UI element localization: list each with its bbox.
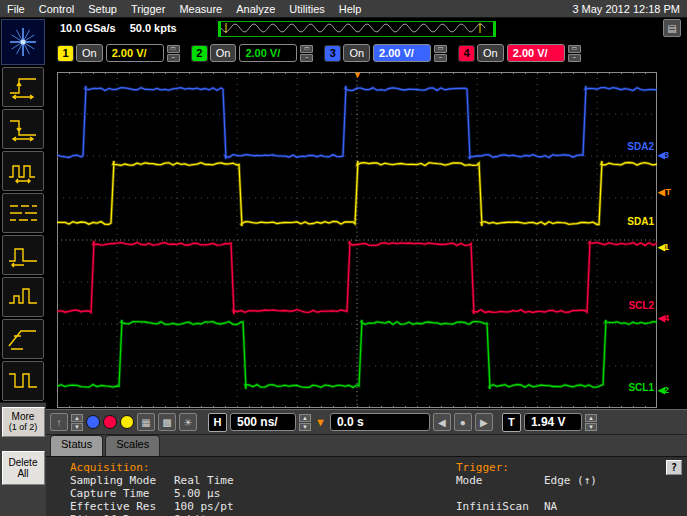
touch-icon[interactable]: ↑	[50, 413, 68, 431]
trace-label-scl1[interactable]: SCL1	[628, 382, 654, 393]
channel-2-coupling-icon[interactable]: ▭	[300, 45, 313, 53]
marker-blue-button[interactable]	[86, 415, 100, 429]
ground-marker-ch1[interactable]: ◀1	[658, 242, 668, 252]
spin-up-icon[interactable]: ▲	[585, 414, 597, 422]
edge-edge-trigger-icon[interactable]	[2, 361, 44, 401]
ground-marker-ch3[interactable]: ◀3	[658, 150, 668, 160]
more-button[interactable]: More (1 of 2)	[2, 407, 45, 437]
app-logo-icon[interactable]	[1, 19, 45, 65]
menu-item-file[interactable]: File	[0, 2, 32, 16]
channel-1-scale-button[interactable]: 2.00 V/	[106, 44, 164, 62]
channel-1-coupling-icon[interactable]: ▭	[167, 45, 180, 53]
status-panel: Acquisition: Sampling ModeReal TimeCaptu…	[46, 456, 687, 516]
channel-4-ac-icon[interactable]: ~	[568, 54, 581, 62]
channel-1-on-button[interactable]: On	[76, 44, 103, 62]
spin-down-icon[interactable]: ▼	[71, 423, 83, 431]
brightness-icon[interactable]: ☀	[179, 413, 197, 431]
acquisition-row-0: Sampling ModeReal Time	[70, 474, 234, 487]
preview-waveform-icon	[221, 22, 487, 34]
channel-3-badge[interactable]: 3	[325, 46, 340, 61]
glitch-trigger-icon[interactable]	[2, 235, 44, 275]
tab-scales[interactable]: Scales	[105, 435, 160, 456]
display-settings-icon[interactable]: ▦	[137, 413, 155, 431]
menu-bar: FileControlSetupTriggerMeasureAnalyzeUti…	[0, 0, 687, 18]
vertical-spinner: ▲ ▼	[71, 414, 83, 431]
rise-time-trigger-icon[interactable]	[2, 319, 44, 359]
trigger-row-0: ModeEdge (↑)	[456, 474, 597, 487]
delete-all-button[interactable]: Delete All	[2, 451, 45, 485]
timebase-scale-display[interactable]: 500 ns/	[230, 413, 296, 431]
menu-item-trigger[interactable]: Trigger	[124, 2, 172, 16]
menu-item-control[interactable]: Control	[32, 2, 81, 16]
channel-3-ac-icon[interactable]: ~	[434, 54, 447, 62]
spin-down-icon[interactable]: ▼	[585, 423, 597, 431]
acquisition-label: Sampling Mode	[70, 474, 174, 487]
zero-position-icon[interactable]: ●	[454, 413, 472, 431]
sidebar-bottom: More (1 of 2) Delete All	[0, 402, 46, 516]
menu-items: FileControlSetupTriggerMeasureAnalyzeUti…	[0, 2, 368, 16]
trace-label-sda1[interactable]: SDA1	[627, 216, 654, 227]
menu-item-setup[interactable]: Setup	[81, 2, 124, 16]
main-column: 10.0 GSa/s 50.0 kpts ▤ 1On2.00 V/▭~2On2.…	[46, 18, 687, 516]
channel-3-coupling-icon[interactable]: ▭	[434, 45, 447, 53]
trace-label-sda2[interactable]: SDA2	[627, 141, 654, 152]
pan-right-icon[interactable]: ▶	[475, 413, 493, 431]
panel-toggle-icon[interactable]: ▤	[663, 19, 681, 37]
channel-2-on-button[interactable]: On	[210, 44, 237, 62]
marker-red-button[interactable]	[103, 415, 117, 429]
channel-bar: 1On2.00 V/▭~2On2.00 V/▭~3On2.00 V/▭~4On2…	[46, 38, 687, 68]
ground-marker-ch2[interactable]: ◀2	[658, 385, 668, 395]
channel-4-on-button[interactable]: On	[477, 44, 504, 62]
trigger-status-block: Trigger: ModeEdge (↑)InfiniiScanNA	[456, 461, 597, 513]
pan-left-icon[interactable]: ◀	[433, 413, 451, 431]
tab-status[interactable]: Status	[50, 435, 103, 456]
menu-item-analyze[interactable]: Analyze	[229, 2, 282, 16]
sample-rate: 10.0 GSa/s	[60, 22, 116, 34]
channel-3-scale-button[interactable]: 2.00 V/	[373, 44, 431, 62]
acquisition-preview[interactable]	[218, 21, 496, 37]
channel-2-controls: 2On2.00 V/▭~	[192, 44, 314, 62]
acquisition-row-1: Capture Time5.00 µs	[70, 487, 234, 500]
trigger-badge: T	[502, 413, 521, 432]
menu-item-utilities[interactable]: Utilities	[282, 2, 331, 16]
trigger-position-icon[interactable]: ▼	[314, 416, 327, 428]
channel-2-badge[interactable]: 2	[192, 46, 207, 61]
channel-3-on-button[interactable]: On	[343, 44, 370, 62]
pulse-width-trigger-icon[interactable]	[2, 151, 44, 191]
channel-1-badge[interactable]: 1	[58, 46, 73, 61]
pattern-trigger-icon[interactable]	[2, 193, 44, 233]
marker-yellow-button[interactable]	[120, 415, 134, 429]
menu-item-measure[interactable]: Measure	[172, 2, 229, 16]
spin-up-icon[interactable]: ▲	[71, 414, 83, 422]
edge-falling-trigger-icon[interactable]	[2, 109, 44, 149]
acquisition-value: Real Time	[174, 474, 234, 487]
channel-4-coupling-icon[interactable]: ▭	[568, 45, 581, 53]
runt-trigger-icon[interactable]	[2, 277, 44, 317]
spin-down-icon[interactable]: ▼	[299, 423, 311, 431]
trigger-level-spinner: ▲ ▼	[585, 414, 597, 431]
acquisition-label: Effective Res	[70, 500, 174, 513]
channel-4-controls: 4On2.00 V/▭~	[459, 44, 581, 62]
acquisition-status-block: Acquisition: Sampling ModeReal TimeCaptu…	[70, 461, 234, 516]
channel-1-controls: 1On2.00 V/▭~	[58, 44, 180, 62]
menu-item-help[interactable]: Help	[332, 2, 369, 16]
channel-4-badge[interactable]: 4	[459, 46, 474, 61]
delete-button-line1: Delete	[3, 457, 44, 468]
channel-1-ac-icon[interactable]: ~	[167, 54, 180, 62]
sidebar-icon-list	[1, 18, 45, 402]
trace-label-scl2[interactable]: SCL2	[628, 300, 654, 311]
spin-up-icon[interactable]: ▲	[299, 414, 311, 422]
memory-depth: 50.0 kpts	[130, 22, 177, 34]
channel-2-scale-button[interactable]: 2.00 V/	[239, 44, 297, 62]
channel-1-mini-buttons: ▭~	[167, 45, 180, 62]
ground-marker-ch4[interactable]: ◀4	[658, 313, 668, 323]
waveform-settings-icon[interactable]: ▩	[158, 413, 176, 431]
help-button[interactable]: ?	[666, 460, 682, 475]
trigger-level-display[interactable]: 1.94 V	[524, 413, 582, 431]
timebase-position-display[interactable]: 0.0 s	[330, 413, 430, 431]
trigger-level-marker[interactable]: ◀ T	[658, 187, 670, 197]
edge-rising-trigger-icon[interactable]	[2, 67, 44, 107]
channel-2-ac-icon[interactable]: ~	[300, 54, 313, 62]
channel-4-scale-button[interactable]: 2.00 V/	[507, 44, 565, 62]
trigger-position-marker[interactable]: ▼	[353, 70, 362, 80]
